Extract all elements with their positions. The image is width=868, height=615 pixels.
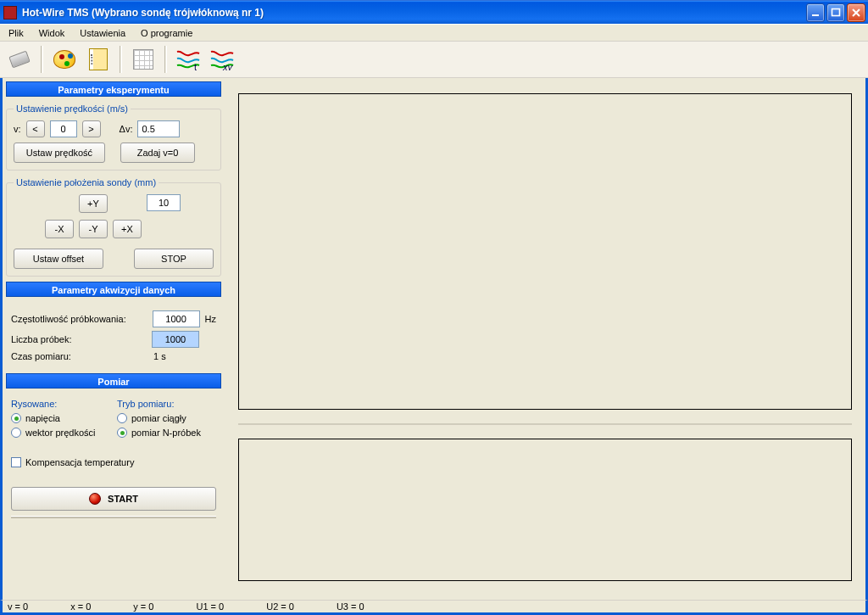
status-u2: U2 = 0: [266, 601, 294, 612]
checkbox-label: Kompensacja temperatury: [25, 457, 134, 467]
section-header-pomiar: Pomiar: [6, 373, 221, 389]
v-increment-button[interactable]: >: [82, 120, 101, 137]
start-label: START: [108, 494, 138, 504]
freq-label: Częstotliwość próbkowania:: [11, 314, 126, 324]
jog-plus-x-button[interactable]: +X: [113, 220, 142, 238]
radio-label: wektor prędkości: [25, 428, 96, 438]
jog-step-input[interactable]: [147, 194, 181, 211]
position-panel: Ustawienie położenia sondy (mm) +Y -X -Y…: [6, 177, 221, 277]
radio-label: pomiar ciągły: [131, 413, 186, 423]
plot-area-top: [238, 93, 852, 410]
status-bar: v = 0 x = 0 y = 0 U1 = 0 U2 = 0 U3 = 0: [0, 600, 868, 615]
checkbox-icon: [11, 457, 21, 467]
radio-pomiar-ciagly[interactable]: pomiar ciągły: [117, 413, 216, 423]
notebook-icon[interactable]: [84, 45, 113, 74]
minimize-button[interactable]: [806, 3, 825, 22]
menu-bar: Plik Widok Ustawienia O programie: [0, 24, 868, 41]
status-y: y = 0: [133, 601, 153, 612]
separator-icon: [120, 46, 122, 73]
v-decrement-button[interactable]: <: [26, 120, 45, 137]
title-bar: Hot-Wire TMS (Wybrano sondę trójwłóknową…: [0, 0, 868, 24]
radio-icon: [117, 413, 127, 423]
start-button[interactable]: START: [11, 487, 216, 511]
grid-icon[interactable]: [129, 45, 158, 74]
checkbox-kompensacja[interactable]: Kompensacja temperatury: [11, 457, 216, 467]
eraser-icon[interactable]: [5, 45, 34, 74]
right-panel: [225, 78, 865, 600]
tryb-header: Tryb pomiaru:: [117, 399, 216, 409]
jog-plus-y-button[interactable]: +Y: [79, 194, 108, 213]
splitter[interactable]: [238, 423, 852, 425]
svg-text:t: t: [194, 62, 197, 70]
velocity-panel: Ustawienie prędkości (m/s) v: < > Δv: Us…: [6, 103, 221, 171]
radio-icon: [11, 413, 21, 423]
set-v-zero-button[interactable]: Zadaj v=0: [120, 143, 195, 163]
dv-label: Δv:: [120, 124, 133, 134]
toolbar: t xy: [0, 41, 868, 78]
dv-value-input[interactable]: [137, 120, 180, 137]
jog-minus-y-button[interactable]: -Y: [79, 220, 108, 238]
palette-icon[interactable]: [50, 45, 79, 74]
menu-oprogramie[interactable]: O programie: [137, 26, 196, 40]
svg-rect-1: [832, 8, 840, 15]
freq-input[interactable]: [153, 310, 200, 327]
svg-rect-0: [812, 14, 819, 16]
plot-area-bottom: [238, 439, 852, 581]
time-value: 1 s: [153, 351, 166, 361]
v-label: v:: [14, 124, 21, 134]
freq-unit: Hz: [205, 314, 216, 324]
radio-icon: [117, 428, 127, 438]
rysowane-header: Rysowane:: [11, 399, 110, 409]
menu-ustawienia[interactable]: Ustawienia: [76, 26, 129, 40]
v-value-input[interactable]: [50, 120, 77, 137]
velocity-legend: Ustawienie prędkości (m/s): [14, 103, 131, 114]
radio-label: napięcia: [25, 413, 60, 423]
status-x: x = 0: [70, 601, 91, 612]
menu-widok[interactable]: Widok: [36, 26, 69, 40]
jog-minus-x-button[interactable]: -X: [45, 220, 74, 238]
section-header-akwizycja: Parametry akwizycji danych: [6, 282, 221, 297]
divider: [11, 516, 216, 518]
window-title: Hot-Wire TMS (Wybrano sondę trójwłóknową…: [22, 7, 264, 19]
radio-pomiar-nprobek[interactable]: pomiar N-próbek: [117, 428, 216, 438]
samples-input[interactable]: [152, 331, 199, 348]
svg-text:xy: xy: [222, 62, 234, 70]
status-u3: U3 = 0: [337, 601, 364, 612]
separator-icon: [164, 46, 167, 73]
pomiar-panel: Rysowane: napięcia wektor prędkości Tryb…: [6, 395, 221, 527]
app-icon: [3, 6, 17, 20]
radio-wektor-predkosci[interactable]: wektor prędkości: [11, 428, 110, 438]
menu-plik[interactable]: Plik: [5, 26, 27, 40]
time-label: Czas pomiaru:: [11, 351, 71, 361]
section-header-eksperyment: Parametry eksperymentu: [6, 81, 221, 97]
radio-icon: [11, 428, 21, 438]
chart-xy-icon[interactable]: xy: [208, 45, 236, 74]
maximize-button[interactable]: [826, 3, 845, 22]
radio-label: pomiar N-próbek: [131, 428, 201, 438]
radio-napiecia[interactable]: napięcia: [11, 413, 110, 423]
set-offset-button[interactable]: Ustaw offset: [14, 249, 103, 269]
status-u1: U1 = 0: [196, 601, 224, 612]
chart-time-icon[interactable]: t: [174, 45, 203, 74]
acquisition-panel: Częstotliwość próbkowania: Hz Liczba pró…: [6, 304, 221, 368]
close-button[interactable]: [847, 3, 865, 22]
stop-button[interactable]: STOP: [134, 249, 214, 269]
separator-icon: [41, 46, 43, 73]
position-legend: Ustawienie położenia sondy (mm): [14, 177, 159, 187]
samples-label: Liczba próbek:: [11, 334, 72, 344]
set-velocity-button[interactable]: Ustaw prędkość: [14, 143, 105, 163]
record-icon: [89, 493, 101, 505]
left-panel: Parametry eksperymentu Ustawienie prędko…: [3, 78, 225, 600]
status-v: v = 0: [8, 601, 28, 612]
